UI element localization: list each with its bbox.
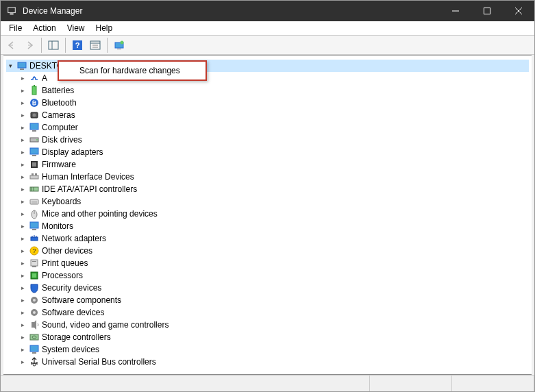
tree-item-label: Software devices <box>42 308 104 317</box>
chevron-right-icon[interactable]: ▸ <box>18 358 27 365</box>
chevron-right-icon[interactable]: ▸ <box>18 260 27 267</box>
svg-point-57 <box>33 299 36 302</box>
properties-button[interactable] <box>87 38 103 53</box>
statusbar-pane <box>370 376 452 391</box>
back-button[interactable] <box>3 38 20 53</box>
chevron-right-icon[interactable]: ▸ <box>18 161 27 168</box>
disk-icon <box>29 134 40 145</box>
menu-file[interactable]: File <box>3 22 27 34</box>
tree-item[interactable]: ▸Display adapters <box>6 146 529 158</box>
chevron-right-icon[interactable]: ▸ <box>18 173 27 180</box>
tree-item[interactable]: ▸Processors <box>6 269 529 282</box>
tree-item-label: Monitors <box>42 221 73 231</box>
tree-item[interactable]: ▸Security devices <box>6 282 529 294</box>
chevron-right-icon[interactable]: ▸ <box>18 223 27 230</box>
toolbar-divider <box>41 38 42 53</box>
tree-item-label: Keyboards <box>42 197 81 206</box>
chevron-right-icon[interactable]: ▸ <box>18 346 27 353</box>
chevron-right-icon[interactable]: ▸ <box>18 87 27 94</box>
chevron-right-icon[interactable]: ▸ <box>18 99 27 106</box>
tree-item[interactable]: ▸Disk drives <box>6 134 529 146</box>
chevron-right-icon[interactable]: ▸ <box>18 210 27 217</box>
chevron-right-icon[interactable]: ▸ <box>18 272 27 279</box>
ide-icon <box>29 184 40 195</box>
tree-item[interactable]: ▸Software devices <box>6 306 529 319</box>
chevron-right-icon[interactable]: ▸ <box>18 124 27 131</box>
chevron-right-icon[interactable]: ▸ <box>18 284 27 291</box>
chevron-right-icon[interactable]: ▸ <box>18 235 27 242</box>
tree-item[interactable]: ▸Bluetooth <box>6 97 529 109</box>
svg-rect-29 <box>32 155 36 156</box>
hid-icon <box>29 171 40 182</box>
context-menu: Scan for hardware changes <box>58 60 207 81</box>
device-tree[interactable]: ▾ DESKTOP ▸A▸Batteries▸Bluetooth▸Cameras… <box>3 55 532 375</box>
forward-button[interactable] <box>21 38 38 53</box>
tree-item-label: A <box>42 73 47 83</box>
security-icon <box>29 282 40 293</box>
chevron-right-icon[interactable]: ▸ <box>18 334 27 341</box>
minimize-button[interactable] <box>440 1 471 21</box>
chevron-right-icon[interactable]: ▸ <box>18 198 27 205</box>
menu-action[interactable]: Action <box>27 22 61 34</box>
svg-rect-62 <box>30 345 38 352</box>
svg-rect-63 <box>32 352 36 354</box>
chevron-right-icon[interactable]: ▸ <box>18 309 27 316</box>
tree-item[interactable]: ▸Monitors <box>6 220 529 232</box>
chevron-right-icon[interactable]: ▸ <box>18 112 27 119</box>
chevron-down-icon[interactable]: ▾ <box>6 62 14 69</box>
chevron-right-icon[interactable]: ▸ <box>18 149 27 156</box>
scan-hardware-button[interactable] <box>111 38 127 53</box>
tree-item[interactable]: ▸Batteries <box>6 84 529 97</box>
chevron-right-icon[interactable]: ▸ <box>18 186 27 193</box>
svg-rect-15 <box>117 49 121 49</box>
svg-rect-51 <box>31 260 38 266</box>
tree-item[interactable]: ▸Network adapters <box>6 232 529 245</box>
chevron-right-icon[interactable]: ▸ <box>18 75 27 82</box>
window-title: Device Manager <box>23 6 440 16</box>
tree-item[interactable]: ▸Software components <box>6 294 529 306</box>
menu-help[interactable]: Help <box>90 22 119 34</box>
camera-icon <box>29 110 40 121</box>
computer-icon <box>29 122 40 133</box>
svg-rect-32 <box>30 175 38 179</box>
tree-item[interactable]: ▸Storage controllers <box>6 331 529 343</box>
menu-view[interactable]: View <box>62 22 90 34</box>
svg-text:?: ? <box>75 41 80 49</box>
context-scan-hardware[interactable]: Scan for hardware changes <box>58 60 207 81</box>
battery-icon <box>29 85 40 96</box>
tree-item[interactable]: ▸Keyboards <box>6 195 529 208</box>
tree-item-label: Human Interface Devices <box>42 172 134 182</box>
tree-item[interactable]: ▸Universal Serial Bus controllers <box>6 356 529 368</box>
chevron-right-icon[interactable]: ▸ <box>18 247 27 254</box>
svg-rect-6 <box>49 41 58 49</box>
bluetooth-icon <box>29 97 40 108</box>
svg-rect-28 <box>30 148 38 154</box>
toolbar: ? <box>1 36 534 55</box>
tree-item[interactable]: ▸Print queues <box>6 257 529 269</box>
tree-item[interactable]: ▸Human Interface Devices <box>6 171 529 183</box>
keyboard-icon <box>29 196 40 207</box>
show-hide-tree-button[interactable] <box>45 38 62 53</box>
chevron-right-icon[interactable]: ▸ <box>18 136 27 143</box>
close-button[interactable] <box>503 1 534 21</box>
tree-item[interactable]: ▸Cameras <box>6 109 529 121</box>
tree-item-label: Firmware <box>42 160 76 169</box>
tree-item[interactable]: ▸Firmware <box>6 158 529 171</box>
tree-item[interactable]: ▸IDE ATA/ATAPI controllers <box>6 183 529 195</box>
other-device-icon: ? <box>29 245 40 256</box>
svg-rect-45 <box>31 237 38 241</box>
svg-rect-34 <box>35 173 37 175</box>
tree-item[interactable]: ▸Sound, video and game controllers <box>6 319 529 331</box>
tree-item[interactable]: ▸System devices <box>6 343 529 356</box>
tree-item[interactable]: ▸?Other devices <box>6 245 529 257</box>
help-button[interactable]: ? <box>69 38 86 53</box>
chevron-right-icon[interactable]: ▸ <box>18 297 27 304</box>
svg-rect-33 <box>32 173 34 175</box>
tree-item[interactable]: ▸Mice and other pointing devices <box>6 208 529 220</box>
chevron-right-icon[interactable]: ▸ <box>18 321 27 328</box>
maximize-button[interactable] <box>471 1 503 21</box>
svg-rect-60 <box>30 334 38 340</box>
tree-item-label: IDE ATA/ATAPI controllers <box>42 184 137 194</box>
svg-rect-53 <box>32 261 36 262</box>
tree-item[interactable]: ▸Computer <box>6 121 529 134</box>
